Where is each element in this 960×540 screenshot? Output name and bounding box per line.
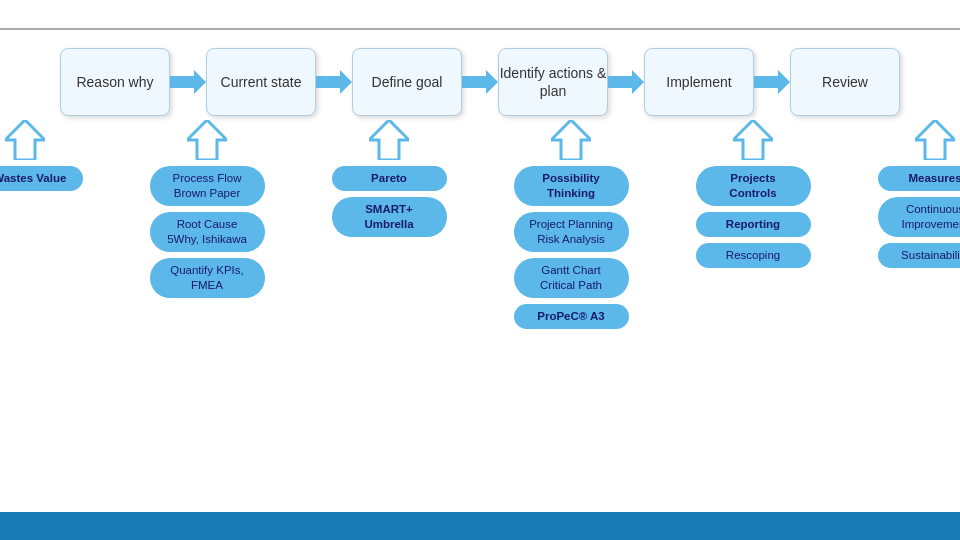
step-box-2: Define goal [352,48,462,116]
page-title [0,0,960,30]
tool-pill-1-0: Process Flow Brown Paper [150,166,265,206]
tool-pill-5-1: Continuous Improvement [878,197,961,237]
tool-pill-5-0: Measures [878,166,961,191]
flow-row: Reason why Current state Define goal Ide… [0,30,960,116]
tool-pill-3-2: Gantt Chart Critical Path [514,258,629,298]
step-box-0: Reason why [60,48,170,116]
up-arrow-3 [551,120,591,160]
tool-pill-4-1: Reporting [696,212,811,237]
tool-pill-3-0: Possibility Thinking [514,166,629,206]
up-arrow-1 [187,120,227,160]
step-box-5: Review [790,48,900,116]
tool-pill-3-3: ProPeC® A3 [514,304,629,329]
svg-marker-8 [551,120,591,160]
step-box-3: Identify actions & plan [498,48,608,116]
svg-marker-1 [316,70,352,94]
step-box-4: Implement [644,48,754,116]
tool-col-5: MeasuresContinuous ImprovementSustainabi… [862,120,960,268]
arrow-right-3 [608,70,644,94]
tool-pill-4-0: Projects Controls [696,166,811,206]
up-arrow-0 [5,120,45,160]
tool-pill-4-2: Rescoping [696,243,811,268]
svg-marker-5 [5,120,45,160]
tool-col-1: Process Flow Brown PaperRoot Cause 5Why,… [134,120,280,298]
up-arrow-5 [915,120,955,160]
tool-col-4: Projects ControlsReportingRescoping [680,120,826,268]
tool-pill-0-0: 7 Wastes Value [0,166,83,191]
tool-pill-5-2: Sustainability [878,243,961,268]
tools-row: 7 Wastes Value Process Flow Brown PaperR… [0,116,960,329]
arrow-right-0 [170,70,206,94]
up-arrow-4 [733,120,773,160]
tool-col-2: ParetoSMART+ Umbrella [316,120,462,237]
svg-marker-0 [170,70,206,94]
svg-marker-3 [608,70,644,94]
arrow-right-4 [754,70,790,94]
up-arrow-2 [369,120,409,160]
bottom-bar [0,512,960,540]
svg-marker-6 [187,120,227,160]
tool-pill-2-1: SMART+ Umbrella [332,197,447,237]
arrow-right-1 [316,70,352,94]
tool-pill-3-1: Project Planning Risk Analysis [514,212,629,252]
svg-marker-7 [369,120,409,160]
step-box-1: Current state [206,48,316,116]
svg-marker-9 [733,120,773,160]
tool-pill-1-2: Quantify KPIs, FMEA [150,258,265,298]
tool-col-3: Possibility ThinkingProject Planning Ris… [498,120,644,329]
svg-marker-4 [754,70,790,94]
svg-marker-10 [915,120,955,160]
svg-marker-2 [462,70,498,94]
tool-pill-1-1: Root Cause 5Why, Ishikawa [150,212,265,252]
tool-pill-2-0: Pareto [332,166,447,191]
arrow-right-2 [462,70,498,94]
tool-col-0: 7 Wastes Value [0,120,98,191]
